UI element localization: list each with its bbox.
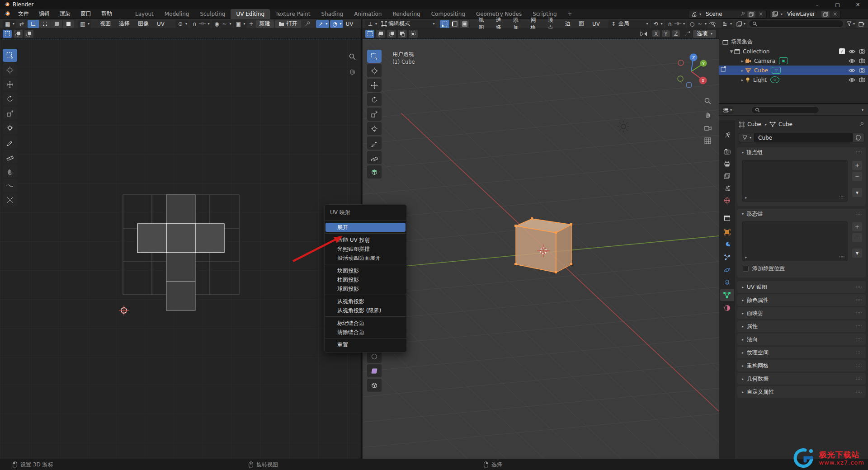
outliner-row-camera[interactable]: ▸ Camera ▣ <box>719 56 868 66</box>
uv-falloff-toggle[interactable]: ↗▾ <box>316 20 329 28</box>
outliner-row-cube[interactable]: ▸ Cube ▽ <box>719 66 868 75</box>
menu-item-lightmap-pack[interactable]: 光照贴图拼排 <box>326 244 406 254</box>
resize-grip-icon[interactable]: ∷∷ <box>840 255 844 259</box>
image-open-button[interactable]: 打开 <box>275 20 301 28</box>
menu-item-smart-uv-project[interactable]: 智能 UV 投射 <box>326 235 406 244</box>
camera-visibility-icon[interactable] <box>859 58 865 63</box>
mirror-x-button[interactable]: X <box>652 30 660 37</box>
chevron-right-icon[interactable]: ▸ <box>745 255 747 259</box>
select-extend-icon[interactable] <box>14 30 23 38</box>
tab-collection[interactable] <box>720 212 734 224</box>
tab-scene[interactable] <box>720 182 734 194</box>
select-set-icon[interactable] <box>3 30 12 38</box>
mirror-z-button[interactable]: Z <box>672 30 680 37</box>
tab-object[interactable] <box>720 226 734 238</box>
menu-item-reset[interactable]: 重置 <box>326 340 406 349</box>
outliner-row-light[interactable]: ▸ Light ⊙ <box>719 75 868 85</box>
shape-keys-panel-header[interactable]: ▾ 形态键 ∷∷ <box>737 209 866 219</box>
camera-visibility-icon[interactable] <box>859 49 865 54</box>
uv-sphere-toggle[interactable]: ◔▾ <box>330 20 343 28</box>
uv-menu-select[interactable]: 选择 <box>115 20 133 28</box>
edge-mode-button[interactable] <box>450 20 459 28</box>
expand-caret-icon[interactable]: ▸ <box>740 59 745 63</box>
tool-move[interactable] <box>367 79 382 92</box>
tab-animation[interactable]: Animation <box>349 9 387 19</box>
chevron-right-icon[interactable]: ▸ <box>745 195 747 200</box>
tool-transform[interactable] <box>3 121 17 134</box>
panel-custom-properties[interactable]: ▸自定义属性∷∷ <box>737 386 866 398</box>
tool-scale[interactable] <box>3 107 17 120</box>
select-extend-icon[interactable] <box>376 30 385 38</box>
uv-select-face-button[interactable] <box>51 20 62 28</box>
vp-proportional-button[interactable]: ○~▾ <box>687 20 708 28</box>
tool-cursor[interactable] <box>3 63 17 76</box>
filter-button[interactable]: ▾ <box>845 20 856 28</box>
uv-pan-hand-icon[interactable] <box>347 66 357 76</box>
tab-modeling[interactable]: Modeling <box>159 9 195 19</box>
drag-grip-icon[interactable]: ∷∷ <box>856 150 862 155</box>
tab-object-data[interactable] <box>720 289 734 301</box>
tool-pinch[interactable] <box>3 193 17 207</box>
panel-remesh[interactable]: ▸重构网格∷∷ <box>737 360 866 371</box>
eye-icon[interactable] <box>849 49 855 54</box>
tab-physics[interactable] <box>720 264 734 276</box>
tool-rotate[interactable] <box>3 92 17 105</box>
close-button[interactable]: ✕ <box>848 0 868 9</box>
outliner-viewlayer-button[interactable]: ▾ <box>735 20 747 28</box>
snap-project-icon[interactable] <box>684 30 691 38</box>
menu-item-unwrap[interactable]: 展开 <box>326 223 406 232</box>
menu-item-cylinder-projection[interactable]: 柱面投影 <box>326 275 406 284</box>
rest-position-checkbox[interactable] <box>743 266 749 272</box>
vp-menu-edge[interactable]: 边 <box>561 20 574 28</box>
vp-menu-face[interactable]: 面 <box>575 20 588 28</box>
eye-icon[interactable] <box>849 59 855 63</box>
vp-pan-hand-icon[interactable] <box>703 109 712 119</box>
viewlayer-selector[interactable]: ▾ ViewLayer × <box>769 10 841 19</box>
tool-measure[interactable] <box>367 151 382 164</box>
orientation-selector[interactable]: ↕ 全局 ▾ <box>608 20 650 28</box>
blender-menu-icon[interactable] <box>4 10 10 17</box>
panel-uv-maps[interactable]: ▸UV 贴图∷∷ <box>737 281 866 293</box>
uv-proportional-button[interactable]: ◉~▾ <box>212 20 232 28</box>
menu-item-follow-active-quads[interactable]: 沿活动四边面展开 <box>326 254 406 263</box>
camera-visibility-icon[interactable] <box>859 77 865 82</box>
expand-caret-icon[interactable]: ▸ <box>740 68 745 73</box>
uv-pivot-button[interactable]: ⊙▾ <box>175 20 189 28</box>
add-vertex-group-button[interactable]: + <box>852 161 862 170</box>
datablock-name-input[interactable]: Cube <box>754 133 853 142</box>
pin-icon[interactable] <box>859 122 864 127</box>
panel-texture-space[interactable]: ▸纹理空间∷∷ <box>737 347 866 358</box>
menu-file[interactable]: 文件 <box>13 9 34 19</box>
uv-menu-image[interactable]: 图像 <box>134 20 152 28</box>
pin-icon[interactable] <box>740 11 745 17</box>
vp-camera-view-icon[interactable] <box>703 123 712 133</box>
camera-visibility-icon[interactable] <box>859 68 865 73</box>
tab-tool[interactable] <box>720 129 734 141</box>
tool-scale[interactable] <box>367 108 382 121</box>
outliner-row-collection[interactable]: ▼ Collection ✓ <box>719 47 868 56</box>
menu-item-sphere-projection[interactable]: 球面投影 <box>326 284 406 293</box>
uv-canvas[interactable] <box>0 39 361 459</box>
tool-transform[interactable] <box>367 122 382 135</box>
eye-icon[interactable] <box>849 68 855 73</box>
uv-select-edge-button[interactable] <box>39 20 51 28</box>
tool-add-cube[interactable] <box>367 165 382 179</box>
tool-measure[interactable] <box>3 150 17 163</box>
mode-selector[interactable]: 编辑模式 ▾ <box>379 20 436 28</box>
tool-add-primitive[interactable] <box>367 379 382 392</box>
tab-sculpting[interactable]: Sculpting <box>194 9 231 19</box>
display-mode-button[interactable]: ▾ <box>722 20 733 28</box>
panel-face-maps[interactable]: ▸面映射∷∷ <box>737 307 866 319</box>
expand-caret-icon[interactable]: ▸ <box>740 78 745 82</box>
tab-modifiers[interactable] <box>720 239 734 250</box>
tab-texture-paint[interactable]: Texture Paint <box>270 9 316 19</box>
tab-add-workspace[interactable]: + <box>562 9 578 19</box>
tab-render[interactable] <box>720 146 734 157</box>
mirror-y-button[interactable]: Y <box>662 30 670 37</box>
panel-normals[interactable]: ▸法向∷∷ <box>737 334 866 345</box>
shape-keys-list[interactable]: ▸∷∷ <box>742 221 848 261</box>
uv-select-island-button[interactable] <box>63 20 74 28</box>
tab-rendering[interactable]: Rendering <box>387 9 425 19</box>
mesh-datablock-icon[interactable]: ▾ <box>739 133 754 142</box>
tab-shading[interactable]: Shading <box>316 9 349 19</box>
